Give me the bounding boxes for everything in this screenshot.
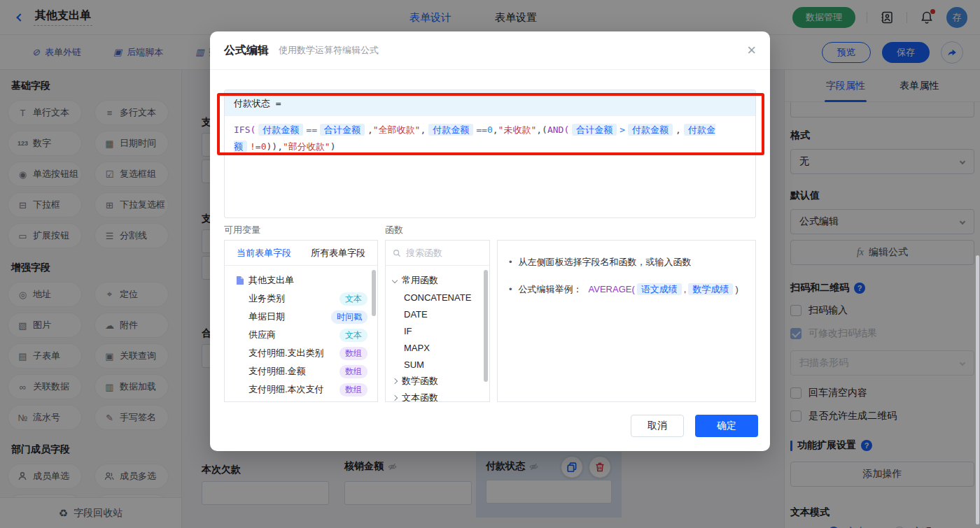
- tip-line-1: • 从左侧面板选择字段名和函数，或输入函数: [509, 255, 744, 270]
- function-group-math[interactable]: 数学函数: [386, 373, 489, 390]
- formula-token: )),: [266, 141, 282, 152]
- function-name: DATE: [404, 309, 428, 320]
- function-group-text[interactable]: 文本函数: [386, 390, 489, 402]
- formula-field-token: 付款金额: [628, 124, 673, 136]
- chevron-right-icon: [392, 378, 398, 384]
- formula-target: 付款状态 =: [225, 90, 755, 116]
- chevron-down-icon: [392, 278, 398, 283]
- variable-label: 支付明细.金额: [248, 365, 306, 378]
- example-field-token: 语文成绩: [637, 283, 682, 295]
- type-badge: 时间戳: [331, 311, 368, 324]
- function-search[interactable]: [386, 241, 489, 266]
- variable-root-label: 其他支出单: [248, 274, 294, 287]
- formula-token: ,: [420, 124, 426, 135]
- variable-row[interactable]: 业务类别文本: [225, 290, 377, 308]
- type-badge: 数组: [340, 347, 368, 360]
- formula-field-token: 付款金额: [258, 124, 303, 136]
- formula-token: "全部收款": [373, 124, 421, 135]
- modal-header: 公式编辑 使用数学运算符编辑公式 ×: [210, 31, 770, 70]
- type-badge: 文本: [340, 292, 368, 306]
- variable-row[interactable]: 支付明细.支出类别数组: [225, 344, 377, 362]
- page-scrollbar[interactable]: [976, 255, 979, 525]
- formula-field-token: 合计金额: [572, 124, 617, 136]
- function-item[interactable]: SUM: [386, 356, 489, 373]
- variables-list: 其他支出单 业务类别文本 单据日期时间戳 供应商文本 支付明细.支出类别数组 支…: [225, 266, 377, 399]
- example-close-paren: ): [735, 284, 738, 294]
- formula-token: "部分收款": [283, 141, 330, 152]
- variable-label: 支付明细.本次支付: [248, 383, 324, 396]
- variable-row[interactable]: 支付明细.本次支付数组: [225, 380, 377, 399]
- formula-token: >: [620, 124, 625, 135]
- function-item[interactable]: MAPX: [386, 339, 489, 356]
- bullet-icon: •: [509, 255, 512, 270]
- tip-line-2: • 公式编辑举例： AVERAGE(语文成绩,数学成绩): [509, 282, 744, 297]
- formula-field-token: 付款金额: [428, 124, 473, 136]
- function-group-label: 文本函数: [402, 392, 438, 402]
- formula-token: ==: [306, 124, 317, 135]
- variable-label: 支付明细.支出类别: [248, 347, 324, 359]
- type-badge: 文本: [340, 329, 368, 342]
- variable-row[interactable]: 供应商文本: [225, 326, 377, 344]
- formula-token: IFS(: [234, 124, 255, 135]
- functions-scrollbar[interactable]: [484, 270, 488, 382]
- functions-section-label: 函数: [385, 224, 403, 236]
- function-item[interactable]: DATE: [386, 306, 489, 322]
- form-doc-icon: [236, 276, 244, 285]
- formula-token: AND(: [547, 124, 569, 135]
- function-group-label: 常用函数: [402, 274, 438, 287]
- formula-token: "未收款": [498, 124, 537, 135]
- function-name: SUM: [404, 359, 424, 370]
- cancel-button[interactable]: 取消: [631, 415, 684, 437]
- formula-token: ): [330, 141, 336, 152]
- formula-token: ,: [676, 124, 681, 135]
- formula-editor-modal: 公式编辑 使用数学运算符编辑公式 × 付款状态 = IFS(付款金额==合计金额…: [210, 31, 770, 451]
- tip-text: 从左侧面板选择字段名和函数，或输入函数: [519, 255, 692, 270]
- formula-token: ,: [493, 124, 498, 135]
- formula-token: ,: [368, 124, 373, 135]
- tab-all-form-fields[interactable]: 所有表单字段: [311, 247, 365, 259]
- chevron-right-icon: [392, 395, 398, 401]
- function-item[interactable]: IF: [386, 322, 489, 339]
- example-function: AVERAGE(: [589, 284, 635, 294]
- tab-current-form-fields[interactable]: 当前表单字段: [237, 247, 291, 259]
- close-icon[interactable]: ×: [747, 43, 756, 58]
- variable-label: 单据日期: [248, 311, 285, 323]
- modal-title: 公式编辑: [224, 43, 269, 58]
- type-badge: 数组: [340, 383, 368, 397]
- variable-label: 业务类别: [248, 292, 285, 305]
- formula-token: ,(: [536, 124, 547, 135]
- tip-text: 公式编辑举例：: [519, 282, 582, 297]
- function-name: CONCATENATE: [404, 292, 471, 303]
- confirm-button[interactable]: 确定: [695, 415, 758, 437]
- variable-row[interactable]: 单据日期时间戳: [225, 308, 377, 326]
- functions-panel: 常用函数 CONCATENATE DATE IF MAPX SUM 数学函数 文…: [385, 240, 490, 402]
- function-group-common[interactable]: 常用函数: [386, 272, 489, 289]
- tips-panel: • 从左侧面板选择字段名和函数，或输入函数 • 公式编辑举例： AVERAGE(…: [497, 240, 756, 402]
- formula-token: ==0: [476, 124, 492, 135]
- function-name: IF: [404, 326, 412, 336]
- formula-code[interactable]: IFS(付款金额==合计金额,"全部收款",付款金额==0,"未收款",(AND…: [225, 116, 755, 161]
- variables-tabs: 当前表单字段 所有表单字段: [225, 241, 377, 266]
- formula-token: !=0: [250, 141, 266, 152]
- formula-editor[interactable]: 付款状态 = IFS(付款金额==合计金额,"全部收款",付款金额==0,"未收…: [224, 90, 756, 218]
- function-group-label: 数学函数: [402, 375, 438, 387]
- modal-subtitle: 使用数学运算符编辑公式: [279, 44, 379, 57]
- type-badge: 数组: [340, 365, 368, 378]
- function-name: MAPX: [404, 343, 430, 353]
- app-root: 其他支出单 表单设计 表单设置 数据管理 存 ⊘ 表单外链 ▣ 后端脚本: [0, 0, 980, 528]
- example-field-token: 数学成绩: [688, 283, 733, 295]
- function-item[interactable]: CONCATENATE: [386, 289, 489, 306]
- bullet-icon: •: [509, 282, 512, 297]
- variable-label: 供应商: [248, 329, 276, 341]
- variables-panel: 当前表单字段 所有表单字段 其他支出单 业务类别文本 单据日期时间戳 供应商文本…: [224, 240, 378, 402]
- variable-root-row[interactable]: 其他支出单: [225, 271, 377, 290]
- variables-section-label: 可用变量: [224, 224, 260, 236]
- variables-scrollbar[interactable]: [372, 270, 376, 316]
- formula-field-token: 合计金额: [320, 124, 365, 136]
- variable-row[interactable]: 支付明细.金额数组: [225, 362, 377, 380]
- example-comma: ,: [684, 284, 687, 294]
- function-list: 常用函数 CONCATENATE DATE IF MAPX SUM 数学函数 文…: [386, 266, 489, 402]
- function-search-input[interactable]: [406, 248, 482, 258]
- search-icon: [393, 248, 401, 258]
